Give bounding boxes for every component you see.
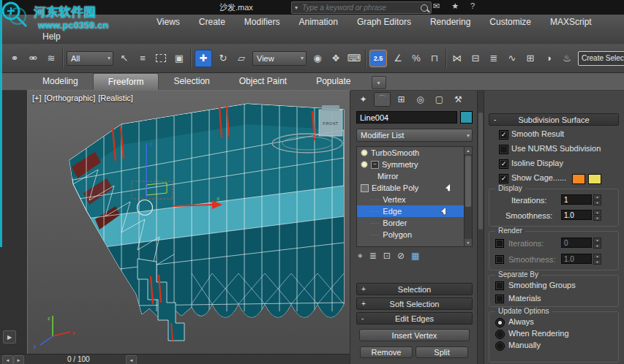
make-unique-icon[interactable]: ⊡	[383, 251, 391, 261]
snap-toggle-25-icon[interactable]: 2.5	[369, 50, 387, 67]
panel-scrollbar[interactable]	[477, 91, 484, 364]
bind-to-space-warp-icon[interactable]: ≋	[44, 50, 59, 67]
render-setup-icon[interactable]: ♨	[560, 50, 574, 67]
cage-color-swatch[interactable]	[572, 174, 585, 184]
modifier-list-dropdown[interactable]: Modifier List ▾	[356, 129, 473, 142]
rollout-soft-selection[interactable]: + Soft Selection	[356, 297, 473, 310]
smooth-result-checkbox[interactable]	[499, 130, 508, 140]
rectangular-selection-region-icon[interactable]	[154, 50, 168, 67]
scroll-up-button[interactable]: ▲	[465, 147, 472, 154]
isoline-display-checkbox[interactable]	[499, 159, 508, 169]
stack-item-polygon[interactable]: ···· Polygon	[357, 229, 473, 240]
ribbon-tab-object-paint[interactable]: Object Paint	[225, 73, 301, 90]
display-smoothness-field[interactable]: 1.0	[561, 210, 592, 220]
create-selection-set-button[interactable]: Create Selection S	[578, 51, 624, 66]
spin-up-icon[interactable]: ▲	[593, 254, 601, 259]
mirror-icon[interactable]: ⋈	[450, 50, 465, 67]
select-and-move-icon[interactable]: ✚	[195, 50, 212, 67]
select-and-rotate-icon[interactable]: ↻	[216, 50, 230, 67]
render-iterations-field[interactable]: 0	[561, 238, 592, 248]
menu-help[interactable]: Help	[42, 31, 61, 42]
use-pivot-point-center-icon[interactable]: ◉	[310, 50, 325, 67]
unlink-selection-icon[interactable]: ⚮	[26, 50, 40, 67]
spin-up-icon[interactable]: ▲	[593, 194, 601, 200]
stack-item-editable-poly[interactable]: Editable Poly	[357, 182, 467, 194]
manually-radio[interactable]	[495, 341, 505, 351]
selection-filter-dropdown[interactable]: All ▾	[67, 51, 113, 66]
percent-snap-toggle-icon[interactable]: %	[409, 50, 424, 67]
search-input[interactable]	[301, 3, 418, 12]
spin-down-icon[interactable]: ▼	[593, 200, 601, 205]
always-radio[interactable]	[495, 318, 505, 327]
render-iterations-checkbox[interactable]	[495, 239, 504, 248]
spinner-snap-toggle-icon[interactable]: ⊓	[427, 50, 442, 67]
viewport-menu-shading[interactable]: [Realistic]	[98, 94, 133, 102]
previous-frame-button[interactable]: ◄	[126, 355, 137, 364]
angle-snap-toggle-icon[interactable]: ∠	[391, 50, 405, 67]
hierarchy-tab[interactable]: ⊞	[393, 92, 410, 107]
utilities-tab[interactable]: ⚒	[450, 92, 467, 107]
spin-up-icon[interactable]: ▲	[593, 210, 601, 215]
spin-up-icon[interactable]: ▲	[593, 238, 601, 243]
spin-down-icon[interactable]: ▼	[593, 259, 601, 265]
render-iterations-spinner[interactable]: ▲ ▼	[593, 238, 601, 249]
window-crossing-toggle-icon[interactable]: ▣	[172, 50, 187, 67]
remove-button[interactable]: Remove	[360, 346, 413, 358]
show-cage-checkbox[interactable]	[499, 174, 508, 183]
scrollbar-thumb[interactable]	[465, 156, 471, 207]
timeline-scroll-right-button[interactable]: ►	[13, 355, 24, 364]
when-rendering-radio[interactable]	[495, 330, 505, 339]
reference-coordinate-dropdown[interactable]: View ▾	[252, 51, 307, 66]
align-icon[interactable]: ⊟	[468, 50, 483, 67]
menu-customize[interactable]: Customize	[489, 17, 531, 27]
use-nurms-checkbox[interactable]	[499, 145, 508, 154]
favorites-icon[interactable]: ★	[451, 1, 459, 11]
display-tab[interactable]: ▢	[431, 92, 448, 107]
spin-down-icon[interactable]: ▼	[593, 243, 601, 249]
remove-modifier-icon[interactable]: ⊘	[397, 251, 405, 261]
layer-manager-icon[interactable]: ≣	[486, 50, 501, 67]
stack-item-symmetry[interactable]: − Symmetry	[357, 159, 467, 170]
ribbon-tab-modeling[interactable]: Modeling	[28, 73, 93, 90]
stack-scrollbar[interactable]: ▲ ▼	[464, 147, 472, 246]
keyboard-shortcut-override-icon[interactable]: ⌨	[347, 50, 361, 67]
materials-checkbox[interactable]	[495, 295, 504, 303]
stack-item-mirror[interactable]: Mirror	[357, 170, 473, 182]
menu-views[interactable]: Views	[157, 17, 180, 27]
select-and-link-icon[interactable]: ⚭	[7, 50, 22, 67]
display-smoothness-spinner[interactable]: ▲ ▼	[593, 210, 601, 221]
render-smoothness-checkbox[interactable]	[495, 255, 504, 264]
display-iterations-field[interactable]: 1	[561, 194, 592, 205]
insert-vertex-button[interactable]: Insert Vertex	[359, 329, 470, 341]
select-by-name-icon[interactable]: ≡	[135, 50, 150, 67]
scroll-down-button[interactable]: ▼	[465, 239, 472, 246]
visibility-bulb-icon[interactable]	[361, 161, 368, 168]
render-smoothness-spinner[interactable]: ▲ ▼	[593, 254, 601, 265]
object-color-swatch[interactable]	[460, 111, 473, 124]
viewport-canvas[interactable]: FRONT z x z x y	[28, 91, 350, 354]
menu-create[interactable]: Create	[199, 17, 225, 27]
configure-modifier-sets-icon[interactable]: ▦	[411, 251, 419, 261]
ribbon-options-dropdown[interactable]: ▾	[372, 76, 386, 89]
viewport-menu-pov[interactable]: [Orthographic]	[45, 94, 96, 102]
motion-tab[interactable]: ◎	[412, 92, 429, 107]
viewport-menu-general[interactable]: [+]	[32, 94, 42, 102]
schematic-view-icon[interactable]: ⊞	[523, 50, 538, 67]
rollout-subdivision-surface[interactable]: - Subdivision Surface	[489, 113, 619, 126]
display-iterations-spinner[interactable]: ▲ ▼	[593, 194, 601, 205]
ribbon-tab-selection[interactable]: Selection	[159, 73, 224, 90]
menu-graph-editors[interactable]: Graph Editors	[357, 17, 411, 27]
scrollbar-thumb[interactable]	[478, 113, 483, 230]
select-and-scale-icon[interactable]: ▱	[234, 50, 249, 67]
stack-item-edge[interactable]: ···· Edge	[357, 205, 473, 217]
stack-item-border[interactable]: ···· Border	[357, 217, 473, 229]
select-object-icon[interactable]: ↖	[117, 50, 132, 67]
help-icon[interactable]: ?	[470, 1, 475, 11]
search-box[interactable]: ▾	[291, 1, 432, 14]
stack-item-turbosmooth[interactable]: TurboSmooth	[357, 147, 467, 159]
stack-item-vertex[interactable]: ···· Vertex	[357, 194, 473, 205]
timeline-scroll-left-button[interactable]: ◄	[2, 355, 13, 364]
expand-arrow-button[interactable]: ▶	[3, 330, 16, 344]
rollout-edit-edges[interactable]: - Edit Edges	[356, 312, 473, 325]
menu-modifiers[interactable]: Modifiers	[244, 17, 280, 27]
